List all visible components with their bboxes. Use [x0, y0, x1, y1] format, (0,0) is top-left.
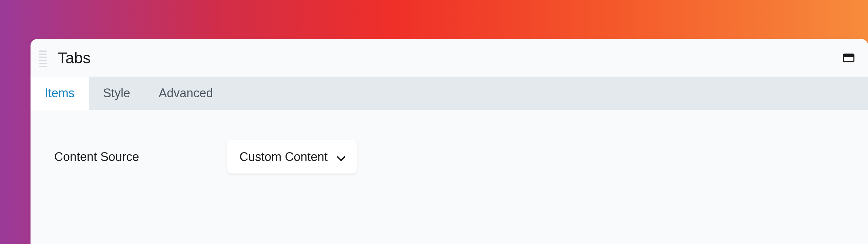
tab-style[interactable]: Style [89, 77, 144, 110]
content-source-select[interactable]: Custom Content [227, 140, 357, 174]
content-source-label: Content Source [54, 150, 139, 164]
tabs-bar: Items Style Advanced [31, 77, 868, 110]
tab-items[interactable]: Items [31, 77, 89, 110]
content-area: Content Source Custom Content [31, 110, 868, 204]
tabs-widget-panel: Tabs Items Style Advanced Content Source… [31, 39, 868, 244]
drag-handle-icon[interactable] [39, 50, 47, 67]
window-icon[interactable] [843, 54, 854, 62]
panel-header: Tabs [31, 39, 868, 77]
tab-advanced[interactable]: Advanced [144, 77, 227, 110]
chevron-down-icon [337, 153, 344, 161]
gradient-background: Tabs Items Style Advanced Content Source… [0, 0, 868, 244]
content-source-value: Custom Content [239, 150, 328, 164]
panel-title: Tabs [58, 49, 843, 67]
